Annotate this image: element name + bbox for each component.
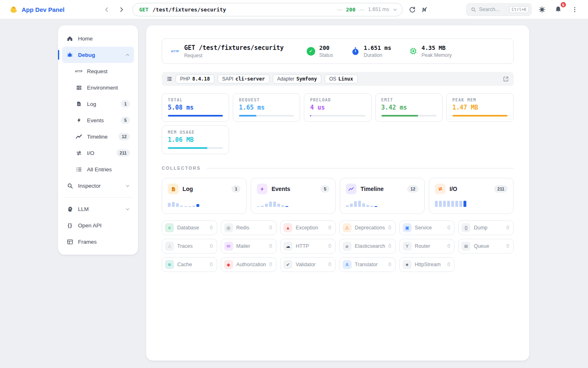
http-icon: HTTP (75, 70, 82, 73)
search-input[interactable]: Search... Ctrl+K (466, 3, 532, 16)
sidebar: Home Debug HTTP Request Environment (58, 25, 138, 255)
sidebar-item-label: I/O (87, 150, 94, 156)
collector-chip-count: 0 (448, 225, 450, 231)
more-menu-button[interactable] (568, 3, 581, 16)
collector-chip[interactable]: ≡ Database 0 (162, 220, 217, 235)
database-icon: ≡ (165, 223, 174, 232)
sidebar-item-label: Timeline (87, 134, 108, 140)
sidebar-item-log[interactable]: Log 1 (62, 96, 134, 112)
list-icon (75, 167, 82, 172)
collector-chip[interactable]: ▣ Service 0 (399, 220, 455, 235)
collectors-section-header: COLLECTORS (162, 166, 514, 171)
brain-head-icon (66, 206, 74, 212)
collector-chip[interactable]: ∗ HttpStream 0 (399, 257, 455, 272)
window-icon (66, 239, 74, 245)
sidebar-item-timeline[interactable]: Timeline 12 (62, 128, 134, 145)
sidebar-item-events[interactable]: Events 5 (62, 112, 134, 128)
metrics-grid: TOTAL 5.08 ms REQUEST 1.65 ms PRELOAD 4 … (162, 93, 514, 154)
progress-fill (381, 115, 419, 117)
server-icon (167, 76, 172, 82)
metric-value: 1.06 MB (168, 136, 223, 144)
sidebar-item-debug[interactable]: Debug (62, 47, 134, 63)
metric-request: REQUEST 1.65 ms (233, 93, 300, 122)
collector-chip-count: 0 (506, 243, 509, 249)
sidebar-item-llm[interactable]: LLM (62, 201, 134, 217)
app-logo[interactable]: App Dev Panel (9, 5, 65, 14)
count-badge: 211 (116, 149, 130, 157)
collector-chip[interactable]: ☁ HTTP 0 (280, 239, 336, 254)
expand-icon[interactable] (503, 76, 509, 82)
collector-chip[interactable]: ⚠ Deprecations 0 (339, 220, 396, 235)
home-icon (66, 35, 74, 42)
metric-label: MEM USAGE (168, 130, 223, 135)
collector-chip-count: 0 (388, 225, 391, 231)
progress-track (310, 115, 365, 117)
request-title: GET /test/fixtures/security (184, 44, 284, 52)
env-chip-key: SAPI (222, 76, 233, 82)
collector-chip[interactable]: ≋ Cache 0 (162, 257, 217, 272)
validator-check-icon: ✔ (283, 260, 292, 269)
collector-card-events[interactable]: Events 5 (251, 178, 336, 214)
sidebar-item-all-entries[interactable]: All Entries (62, 161, 134, 177)
sidebar-item-inspector[interactable]: Inspector (62, 177, 134, 194)
duration-value: 1.651 ms (364, 45, 391, 51)
sidebar-item-home[interactable]: Home (62, 30, 134, 47)
metric-value: 1.47 MB (452, 104, 508, 111)
collector-chip[interactable]: Y Router 0 (399, 239, 455, 254)
metric-label: REQUEST (239, 98, 294, 102)
sidebar-item-io[interactable]: I/O 211 (62, 145, 134, 161)
collector-card-io[interactable]: I/O 211 (429, 178, 514, 214)
collector-card-title: Log (183, 186, 193, 192)
metric-value: 1.65 ms (239, 104, 294, 111)
collector-chip-label: Mailer (236, 243, 266, 249)
env-chip-value: cli-server (235, 76, 265, 82)
collector-chip-count: 0 (448, 243, 450, 249)
collector-chip[interactable]: A Translator 0 (339, 257, 396, 272)
count-badge: 1 (121, 100, 130, 108)
log-file-icon (75, 101, 82, 107)
collector-chip-label: Translator (355, 262, 385, 267)
request-url-bar[interactable]: GET /test/fixtures/security — 200 — 1.65… (132, 3, 403, 16)
environment-bar: PHP 8.4.18 SAPI cli-server Adapter Symfo… (162, 72, 514, 86)
nav-forward-button[interactable] (115, 3, 127, 16)
collector-chip[interactable]: ◆ Authorization 0 (221, 257, 277, 272)
collector-card-title: Timeline (361, 186, 384, 192)
collector-chip[interactable]: {} Dump 0 (458, 220, 514, 235)
braces-icon: { } (66, 222, 74, 228)
sidebar-item-environment[interactable]: Environment (62, 79, 134, 96)
sidebar-item-open-api[interactable]: { } Open API (62, 217, 134, 233)
collector-chip[interactable]: ∴ Traces 0 (162, 239, 217, 254)
refresh-button[interactable] (406, 3, 418, 16)
collector-chip[interactable]: ◎ Redis 0 (221, 220, 277, 235)
metric-total: TOTAL 5.08 ms (162, 93, 229, 122)
collector-chip-count: 0 (506, 225, 509, 231)
chevron-down-icon[interactable] (393, 7, 397, 12)
metric-value: 5.08 ms (168, 104, 223, 111)
collector-chip-count: 0 (270, 243, 272, 249)
collector-cards: Log 1 Events 5 Timeline 12 (162, 178, 514, 214)
deprecations-icon: ⚠ (343, 223, 352, 232)
collector-chip[interactable]: ⌀ Elasticsearch 0 (339, 239, 396, 254)
sidebar-item-request[interactable]: HTTP Request (62, 63, 134, 79)
collector-card-log[interactable]: Log 1 (162, 178, 247, 214)
collector-chip[interactable]: ▲ Exception 0 (280, 220, 336, 235)
env-chip-adapter: Adapter Symfony (273, 74, 322, 83)
redis-icon: ◎ (224, 223, 233, 232)
collector-chip-label: HttpStream (415, 262, 444, 267)
mailer-icon: ✉ (224, 242, 233, 251)
progress-track (381, 115, 437, 117)
collector-chip[interactable]: ✉ Mailer 0 (221, 239, 277, 254)
events-sparkline (257, 200, 330, 207)
theme-toggle-button[interactable] (536, 3, 548, 16)
collector-chip-label: Authorization (236, 262, 266, 267)
collector-chip[interactable]: ✔ Validator 0 (280, 257, 336, 272)
collector-chip[interactable]: ⊞ Queue 0 (458, 239, 514, 254)
count-badge: 12 (407, 185, 419, 193)
server-icon (75, 85, 82, 91)
sidebar-item-frames[interactable]: Frames (62, 233, 134, 250)
progress-fill (239, 115, 256, 117)
collector-card-timeline[interactable]: Timeline 12 (340, 178, 425, 214)
nav-back-button[interactable] (100, 3, 113, 16)
env-chip-os: OS Linux (325, 74, 357, 83)
live-updates-off-button[interactable]: N (418, 3, 430, 16)
